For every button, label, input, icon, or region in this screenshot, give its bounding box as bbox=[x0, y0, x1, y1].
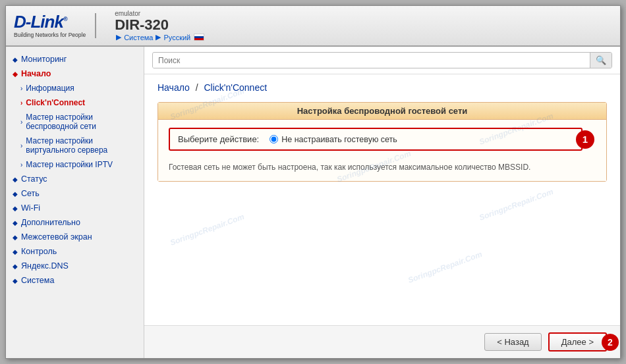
bullet-icon: › bbox=[20, 118, 22, 126]
action-label: Выберите действие: bbox=[178, 134, 259, 144]
sidebar-item-label: Дополнительно bbox=[21, 218, 80, 227]
bullet-icon: ◆ bbox=[13, 56, 18, 63]
section-card: Настройка беспроводной гостевой сети Выб… bbox=[157, 102, 607, 182]
sidebar-item-14[interactable]: ◆Система bbox=[6, 273, 144, 288]
sidebar-item-label: Начало bbox=[21, 69, 51, 78]
header: D-Link® Building Networks for People emu… bbox=[6, 6, 620, 47]
sidebar-item-label: Система bbox=[21, 276, 54, 285]
breadcrumb-home[interactable]: Начало bbox=[157, 82, 190, 93]
section-card-title: Настройка беспроводной гостевой сети bbox=[158, 103, 606, 120]
bullet-icon: ◆ bbox=[13, 248, 18, 255]
sidebar-item-5[interactable]: ›Мастер настройки виртуального сервера bbox=[6, 134, 144, 157]
bullet-icon: ◆ bbox=[13, 176, 18, 183]
sidebar-item-label: Контроль bbox=[21, 247, 57, 256]
sidebar-item-8[interactable]: ◆Сеть bbox=[6, 186, 144, 201]
search-bar: 🔍 bbox=[144, 47, 620, 74]
nav-system[interactable]: Система bbox=[124, 34, 153, 41]
sidebar-item-0[interactable]: ◆Мониторинг bbox=[6, 52, 144, 66]
sidebar-item-10[interactable]: ◆Дополнительно bbox=[6, 215, 144, 230]
content-area: 🔍 SoringpcRepair.ComSoringpcRepair.ComSo… bbox=[144, 47, 620, 358]
sidebar-item-9[interactable]: ◆Wi-Fi bbox=[6, 201, 144, 215]
sidebar-item-label: Wi-Fi bbox=[21, 203, 40, 213]
model-section: emulator DIR-320 ▶ Система ▶ Русский bbox=[115, 10, 204, 41]
bullet-icon: ◆ bbox=[13, 234, 18, 241]
info-text: Гостевая сеть не может быть настроена, т… bbox=[169, 161, 596, 173]
bullet-icon: › bbox=[20, 99, 22, 107]
sidebar-item-3[interactable]: ›Click'n'Connect bbox=[6, 95, 144, 110]
sidebar-item-2[interactable]: ›Информация bbox=[6, 81, 144, 95]
bullet-icon: ◆ bbox=[13, 277, 18, 284]
page-content: SoringpcRepair.ComSoringpcRepair.ComSori… bbox=[144, 74, 620, 325]
bullet-icon: ◆ bbox=[13, 263, 18, 270]
radio-option-no-guest[interactable]: Не настраивать гостевую сеть bbox=[270, 135, 397, 144]
watermark-5: SoringpcRepair.Com bbox=[478, 187, 555, 222]
sidebar-item-label: Сеть bbox=[21, 189, 40, 198]
sidebar-item-label: Информация bbox=[26, 84, 74, 93]
breadcrumb: Начало / Click'n'Connect bbox=[157, 82, 607, 93]
search-input-wrap: 🔍 bbox=[152, 52, 612, 68]
next-button[interactable]: Далее > bbox=[548, 332, 607, 351]
watermark-2: SoringpcRepair.Com bbox=[169, 212, 245, 247]
bullet-icon: › bbox=[20, 85, 22, 92]
flag-icon bbox=[194, 34, 204, 41]
logo-sub: Building Networks for People bbox=[14, 32, 86, 38]
radio-no-guest[interactable] bbox=[270, 135, 278, 143]
radio-row-wrapper: Выберите действие: Не настраивать гостев… bbox=[169, 128, 583, 151]
radio-row: Выберите действие: Не настраивать гостев… bbox=[169, 128, 583, 151]
sidebar-item-label: Яндекс.DNS bbox=[21, 261, 69, 271]
badge-2: 2 bbox=[602, 334, 619, 351]
sidebar-item-11[interactable]: ◆Межсетевой экран bbox=[6, 230, 144, 244]
sidebar-item-6[interactable]: ›Мастер настройки IPTV bbox=[6, 157, 144, 172]
watermark-3: SoringpcRepair.Com bbox=[407, 249, 483, 285]
sidebar-item-4[interactable]: ›Мастер настройки беспроводной сети bbox=[6, 110, 144, 134]
bullet-icon: › bbox=[20, 142, 22, 149]
sidebar-item-label: Статус bbox=[21, 174, 47, 184]
sidebar-item-label: Межсетевой экран bbox=[21, 232, 92, 242]
model-nav: ▶ Система ▶ Русский bbox=[115, 33, 204, 41]
model-number: DIR-320 bbox=[115, 17, 204, 33]
badge-1: 1 bbox=[576, 130, 594, 149]
search-button[interactable]: 🔍 bbox=[590, 53, 612, 68]
sidebar-item-label: Мастер настройки виртуального сервера bbox=[26, 136, 138, 155]
sidebar-item-label: Мастер настройки беспроводной сети bbox=[26, 113, 138, 131]
logo-dlink: D-Link® bbox=[14, 13, 86, 30]
sidebar-item-13[interactable]: ◆Яндекс.DNS bbox=[6, 259, 144, 273]
nav-language[interactable]: Русский bbox=[163, 34, 190, 41]
sidebar-item-1[interactable]: ◆Начало bbox=[6, 66, 144, 81]
sidebar-item-7[interactable]: ◆Статус bbox=[6, 172, 144, 186]
logo-section: D-Link® Building Networks for People bbox=[14, 13, 96, 38]
bullet-icon: › bbox=[20, 161, 22, 169]
sidebar: ◆Мониторинг◆Начало›Информация›Click'n'Co… bbox=[6, 47, 144, 358]
search-input[interactable] bbox=[153, 53, 590, 68]
main-layout: ◆Мониторинг◆Начало›Информация›Click'n'Co… bbox=[6, 47, 620, 358]
footer-bar: < Назад Далее > 2 bbox=[144, 325, 620, 358]
sidebar-item-label: Мониторинг bbox=[21, 55, 67, 64]
bullet-icon: ◆ bbox=[13, 190, 18, 197]
sidebar-item-label: Click'n'Connect bbox=[26, 98, 85, 107]
sidebar-item-label: Мастер настройки IPTV bbox=[26, 160, 113, 169]
back-button[interactable]: < Назад bbox=[484, 333, 541, 351]
breadcrumb-sep: / bbox=[196, 82, 198, 93]
bullet-icon: ◆ bbox=[13, 205, 18, 212]
breadcrumb-current: Click'n'Connect bbox=[204, 82, 267, 93]
bullet-icon: ◆ bbox=[13, 70, 18, 78]
section-card-body: Выберите действие: Не настраивать гостев… bbox=[158, 120, 606, 181]
sidebar-item-12[interactable]: ◆Контроль bbox=[6, 244, 144, 259]
bullet-icon: ◆ bbox=[13, 219, 18, 226]
